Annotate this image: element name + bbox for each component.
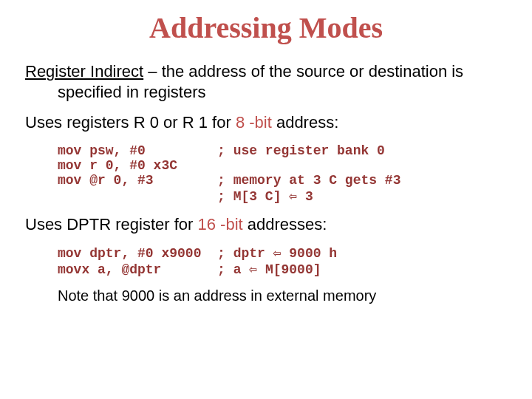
uses-8bit-line: Uses registers R 0 or R 1 for 8 -bit add… bbox=[25, 112, 507, 133]
definition-paragraph: Register Indirect – the address of the s… bbox=[25, 61, 507, 102]
uses-16bit-line: Uses DPTR register for 16 -bit addresses… bbox=[25, 214, 507, 235]
dash: – bbox=[143, 62, 161, 81]
uses-16bit-prefix: Uses DPTR register for bbox=[25, 215, 198, 233]
footnote: Note that 9000 is an address in external… bbox=[58, 287, 507, 304]
slide-title: Addressing Modes bbox=[25, 10, 507, 45]
uses-16bit-suffix: addresses: bbox=[243, 215, 327, 233]
code-block-16bit: mov dptr, #0 x9000 ; dptr ⇦ 9000 h movx … bbox=[58, 245, 507, 277]
sixteen-bit-label: 16 -bit bbox=[198, 215, 243, 233]
slide: Addressing Modes Register Indirect – the… bbox=[0, 0, 532, 399]
uses-8bit-prefix: Uses registers R 0 or R 1 for bbox=[25, 113, 236, 132]
mode-name: Register Indirect bbox=[25, 62, 143, 81]
code-block-8bit: mov psw, #0 ; use register bank 0 mov r … bbox=[58, 143, 507, 204]
uses-8bit-suffix: address: bbox=[272, 113, 339, 132]
eight-bit-label: 8 -bit bbox=[236, 113, 272, 132]
